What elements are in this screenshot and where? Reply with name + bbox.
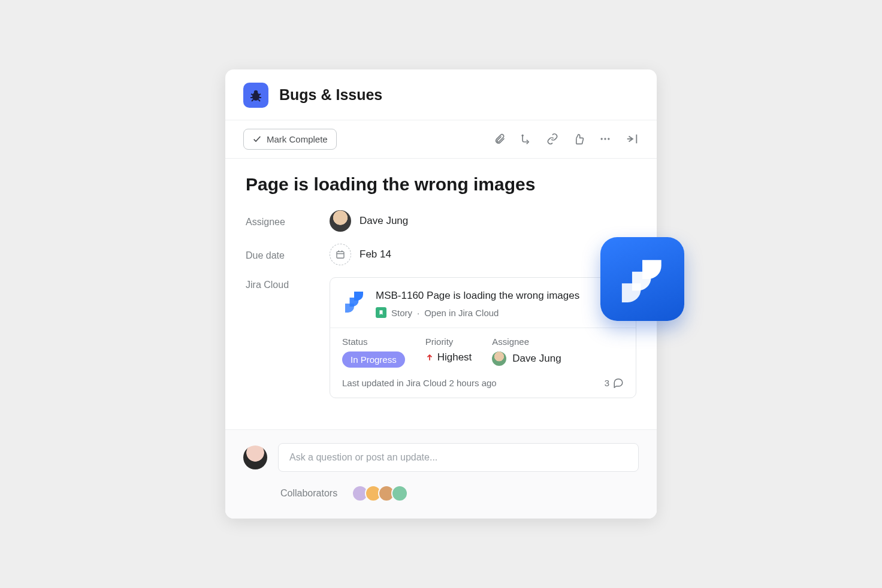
priority-highest-icon — [425, 353, 434, 362]
task-title: Page is loading the wrong images — [246, 174, 636, 195]
svg-point-11 — [608, 138, 609, 140]
mark-complete-label: Mark Complete — [267, 134, 328, 144]
check-icon — [252, 134, 262, 144]
assignee-field: Assignee Dave Jung — [246, 210, 636, 232]
calendar-icon — [330, 244, 351, 265]
project-icon — [243, 83, 268, 108]
jira-status-field: Status In Progress — [342, 337, 405, 368]
bug-icon — [249, 88, 263, 102]
mark-complete-button[interactable]: Mark Complete — [243, 129, 337, 150]
paperclip-icon — [494, 133, 506, 145]
comment-icon — [613, 377, 624, 388]
jira-field: Jira Cloud MSB-1160 Page is loading the … — [246, 277, 636, 399]
subtask-button[interactable] — [520, 133, 532, 145]
jira-large-icon — [619, 256, 666, 302]
due-date-value[interactable]: Feb 14 — [330, 244, 391, 265]
collaborators-list[interactable] — [352, 485, 408, 502]
comment-input[interactable]: Ask a question or post an update... — [278, 443, 639, 472]
subtask-icon — [520, 133, 532, 145]
task-toolbar: Mark Complete — [225, 120, 657, 159]
project-header: Bugs & Issues — [225, 69, 657, 120]
link-icon — [546, 133, 558, 145]
svg-point-1 — [254, 90, 258, 93]
collaborators-label: Collaborators — [280, 488, 337, 499]
attachment-button[interactable] — [494, 133, 506, 145]
thumbs-up-icon — [573, 133, 585, 145]
jira-priority-field: Priority Highest — [425, 337, 472, 368]
jira-issue-type: Story — [391, 308, 412, 318]
copy-link-button[interactable] — [546, 133, 558, 145]
jira-comment-count: 3 — [605, 378, 609, 388]
jira-status-label: Status — [342, 337, 405, 347]
jira-app-badge — [600, 237, 684, 321]
assignee-value[interactable]: Dave Jung — [330, 210, 408, 232]
svg-point-8 — [522, 135, 524, 137]
jira-issue-title: MSB-1160 Page is loading the wrong image… — [376, 289, 624, 303]
due-date-field: Due date Feb 14 — [246, 244, 636, 265]
jira-assignee-name: Dave Jung — [512, 353, 561, 365]
jira-priority-value: Highest — [437, 351, 472, 363]
like-button[interactable] — [573, 133, 585, 145]
task-body: Page is loading the wrong images Assigne… — [225, 159, 657, 430]
jira-assignee-label: Assignee — [492, 337, 561, 347]
task-panel: Bugs & Issues Mark Complete — [225, 69, 657, 519]
jira-field-label: Jira Cloud — [246, 277, 330, 290]
due-date-text: Feb 14 — [360, 248, 391, 260]
jira-logo-icon — [342, 289, 366, 313]
assignee-avatar — [330, 210, 351, 232]
toolbar-actions — [494, 132, 639, 146]
svg-point-9 — [601, 138, 603, 140]
due-date-label: Due date — [246, 248, 330, 261]
jira-priority-label: Priority — [425, 337, 472, 347]
jira-assignee-avatar — [492, 351, 506, 366]
jira-status-pill[interactable]: In Progress — [342, 351, 405, 368]
jira-assignee-field: Assignee Dave Jung — [492, 337, 561, 368]
collaborator-avatar — [391, 485, 408, 502]
svg-line-6 — [252, 99, 253, 101]
jira-last-updated: Last updated in Jira Cloud 2 hours ago — [342, 378, 497, 388]
open-in-jira-link[interactable]: Open in Jira Cloud — [424, 308, 499, 318]
assignee-name: Dave Jung — [360, 215, 408, 227]
jira-card[interactable]: MSB-1160 Page is loading the wrong image… — [330, 277, 636, 399]
more-actions-button[interactable] — [599, 133, 611, 145]
comment-placeholder: Ask a question or post an update... — [289, 452, 437, 462]
jira-comments-button[interactable]: 3 — [605, 377, 624, 388]
current-user-avatar — [243, 445, 267, 469]
svg-rect-14 — [337, 251, 344, 258]
close-panel-button[interactable] — [626, 132, 639, 146]
project-title: Bugs & Issues — [279, 86, 382, 104]
more-horizontal-icon — [599, 133, 611, 145]
svg-line-7 — [258, 99, 260, 101]
composer-section: Ask a question or post an update... Coll… — [225, 429, 657, 519]
story-type-icon — [376, 307, 386, 318]
assignee-label: Assignee — [246, 214, 330, 228]
collapse-right-icon — [626, 132, 639, 146]
svg-point-10 — [604, 138, 606, 140]
